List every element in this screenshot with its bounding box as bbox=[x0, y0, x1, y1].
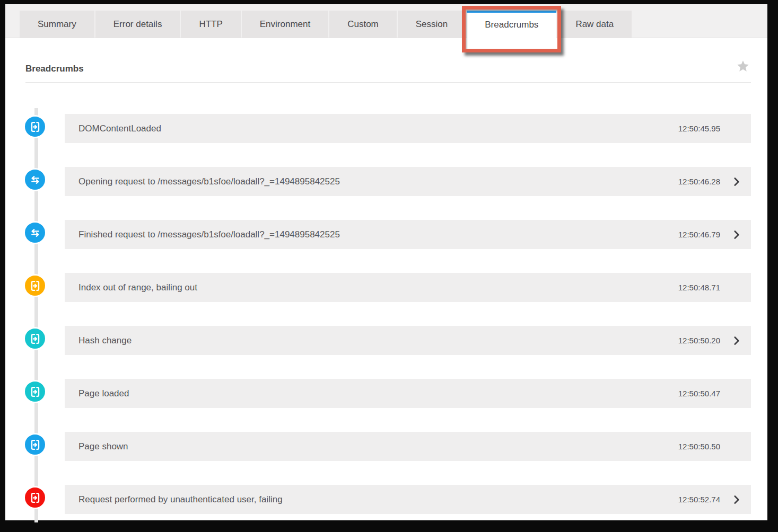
breadcrumb-item[interactable]: Index out of range, bailing out 12:50:48… bbox=[65, 273, 751, 302]
tab-custom[interactable]: Custom bbox=[329, 11, 397, 38]
tab-http[interactable]: HTTP bbox=[181, 11, 240, 38]
tab-label: HTTP bbox=[199, 11, 222, 38]
breadcrumb-message: DOMContentLoaded bbox=[65, 123, 678, 134]
tab-raw-data[interactable]: Raw data bbox=[557, 11, 632, 38]
navigation-icon bbox=[28, 491, 42, 505]
breadcrumb-list: DOMContentLoaded 12:50:45.95 bbox=[5, 83, 767, 514]
breadcrumb-item[interactable]: Opening request to /messages/b1sfoe/load… bbox=[65, 167, 751, 196]
breadcrumb-timestamp: 12:50:52.74 bbox=[678, 495, 720, 504]
breadcrumb-row: Page shown 12:50:50.50 bbox=[5, 432, 767, 461]
breadcrumb-level-icon bbox=[23, 380, 47, 403]
tab-label: Custom bbox=[347, 11, 379, 38]
page-title: Breadcrumbs bbox=[25, 64, 84, 74]
chevron-right-icon[interactable] bbox=[731, 229, 742, 241]
breadcrumb-timestamp: 12:50:50.50 bbox=[678, 442, 720, 451]
navigation-icon bbox=[28, 438, 42, 452]
breadcrumb-timestamp: 12:50:45.95 bbox=[678, 124, 720, 133]
breadcrumb-row: Index out of range, bailing out 12:50:48… bbox=[5, 273, 767, 302]
request-icon bbox=[28, 173, 42, 187]
tab-breadcrumbs[interactable]: Breadcrumbs bbox=[467, 11, 556, 50]
navigation-icon bbox=[28, 120, 42, 134]
breadcrumb-message: Index out of range, bailing out bbox=[65, 282, 678, 293]
tab-bar: Summary Error details HTTP Environment C… bbox=[5, 4, 767, 38]
screenshot-root: { "tabs": [ { "label": "Summary", "activ… bbox=[0, 0, 778, 532]
tab-label: Session bbox=[416, 11, 448, 38]
breadcrumb-level-icon bbox=[23, 486, 47, 509]
tab-environment[interactable]: Environment bbox=[242, 11, 328, 38]
navigation-icon bbox=[28, 332, 42, 346]
breadcrumb-level-icon bbox=[23, 433, 47, 456]
navigation-icon bbox=[28, 385, 42, 399]
breadcrumb-row: DOMContentLoaded 12:50:45.95 bbox=[5, 114, 767, 143]
tab-label: Raw data bbox=[575, 11, 614, 38]
breadcrumb-item[interactable]: Page loaded 12:50:50.47 bbox=[65, 379, 751, 408]
tab-label: Environment bbox=[260, 11, 310, 38]
breadcrumb-row: Page loaded 12:50:50.47 bbox=[5, 379, 767, 408]
breadcrumb-level-icon bbox=[23, 327, 47, 350]
tab-summary[interactable]: Summary bbox=[20, 11, 94, 38]
breadcrumb-timestamp: 12:50:50.20 bbox=[678, 336, 720, 345]
favorite-star-icon[interactable] bbox=[736, 59, 750, 73]
tab-label: Breadcrumbs bbox=[485, 13, 538, 37]
tab-label: Summary bbox=[38, 11, 76, 38]
breadcrumb-row: Hash change 12:50:50.20 bbox=[5, 326, 767, 355]
breadcrumb-item[interactable]: DOMContentLoaded 12:50:45.95 bbox=[65, 114, 751, 143]
error-report-panel: Summary Error details HTTP Environment C… bbox=[5, 4, 767, 520]
tab-label: Error details bbox=[113, 11, 162, 38]
breadcrumb-timeline: DOMContentLoaded 12:50:45.95 bbox=[5, 83, 767, 522]
breadcrumb-message: Finished request to /messages/b1sfoe/loa… bbox=[65, 229, 678, 240]
breadcrumb-item[interactable]: Page shown 12:50:50.50 bbox=[65, 432, 751, 461]
breadcrumb-item[interactable]: Finished request to /messages/b1sfoe/loa… bbox=[65, 220, 751, 249]
breadcrumb-item[interactable]: Request performed by unauthenticated use… bbox=[65, 485, 751, 514]
breadcrumb-level-icon bbox=[23, 221, 47, 244]
breadcrumb-timestamp: 12:50:50.47 bbox=[678, 389, 720, 398]
breadcrumb-level-icon bbox=[23, 115, 47, 138]
chevron-right-icon[interactable] bbox=[731, 335, 742, 347]
tab-session[interactable]: Session bbox=[398, 11, 466, 38]
chevron-right-icon[interactable] bbox=[731, 176, 742, 188]
breadcrumb-timestamp: 12:50:48.71 bbox=[678, 283, 720, 292]
breadcrumb-row: Request performed by unauthenticated use… bbox=[5, 485, 767, 514]
breadcrumb-row: Opening request to /messages/b1sfoe/load… bbox=[5, 167, 767, 196]
breadcrumb-message: Opening request to /messages/b1sfoe/load… bbox=[65, 176, 678, 187]
tab-error-details[interactable]: Error details bbox=[95, 11, 180, 38]
breadcrumb-message: Page loaded bbox=[65, 388, 678, 399]
navigation-icon bbox=[28, 279, 42, 293]
breadcrumb-timestamp: 12:50:46.28 bbox=[678, 177, 720, 186]
breadcrumb-item[interactable]: Hash change 12:50:50.20 bbox=[65, 326, 751, 355]
breadcrumb-level-icon bbox=[23, 274, 47, 297]
breadcrumb-message: Hash change bbox=[65, 335, 678, 346]
chevron-right-icon[interactable] bbox=[731, 494, 742, 506]
panel-header: Breadcrumbs bbox=[5, 38, 767, 83]
breadcrumb-message: Page shown bbox=[65, 441, 678, 452]
breadcrumb-message: Request performed by unauthenticated use… bbox=[65, 494, 678, 505]
breadcrumb-row: Finished request to /messages/b1sfoe/loa… bbox=[5, 220, 767, 249]
breadcrumb-level-icon bbox=[23, 168, 47, 191]
breadcrumb-timestamp: 12:50:46.79 bbox=[678, 230, 720, 239]
request-icon bbox=[28, 226, 42, 240]
